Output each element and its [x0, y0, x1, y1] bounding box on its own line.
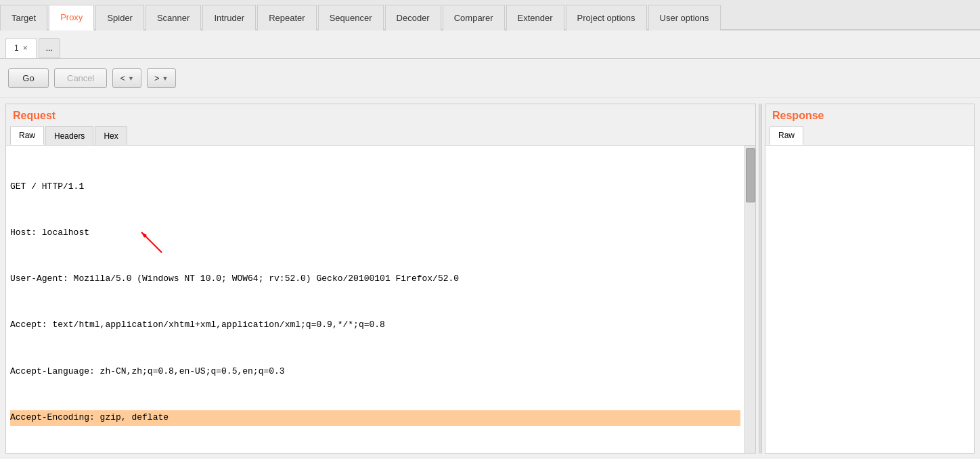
tab-add-button[interactable]: ...	[39, 38, 60, 58]
top-nav: Target Proxy Spider Scanner Intruder Rep…	[0, 0, 980, 30]
request-tab-hex[interactable]: Hex	[95, 126, 127, 145]
back-button[interactable]: < ▼	[112, 68, 141, 88]
request-line-3: User-Agent: Mozilla/5.0 (Windows NT 10.0…	[10, 271, 740, 287]
splitter[interactable]	[759, 104, 762, 454]
tab-project-options[interactable]: Project options	[566, 5, 647, 30]
request-tab-raw[interactable]: Raw	[10, 126, 44, 145]
forward-arrow: >	[154, 73, 160, 83]
request-line-2: Host: localhost	[10, 225, 740, 241]
response-title: Response	[765, 104, 974, 125]
tab-target[interactable]: Target	[0, 5, 47, 30]
request-tab-1[interactable]: 1 ×	[5, 38, 37, 58]
request-line-6-highlighted: Accept-Encoding: gzip, deflate	[10, 410, 740, 426]
request-tab-headers[interactable]: Headers	[45, 126, 93, 145]
request-scrollbar[interactable]	[744, 146, 755, 453]
tab-1-close[interactable]: ×	[23, 43, 28, 53]
response-tabs: Raw	[765, 125, 974, 146]
request-text[interactable]: GET / HTTP/1.1 Host: localhost User-Agen…	[6, 146, 744, 453]
tab-spider[interactable]: Spider	[95, 5, 144, 30]
request-title: Request	[6, 104, 755, 125]
forward-dropdown-icon: ▼	[162, 75, 169, 82]
tab-decoder[interactable]: Decoder	[385, 5, 441, 30]
go-button[interactable]: Go	[8, 68, 49, 88]
forward-button[interactable]: > ▼	[147, 68, 176, 88]
request-line-1: GET / HTTP/1.1	[10, 179, 740, 195]
tab-1-number: 1	[14, 43, 19, 53]
request-line-5: Accept-Language: zh-CN,zh;q=0.8,en-US;q=…	[10, 364, 740, 380]
tab-intruder[interactable]: Intruder	[202, 5, 256, 30]
tab-scanner[interactable]: Scanner	[146, 5, 201, 30]
response-tab-raw[interactable]: Raw	[770, 126, 803, 145]
back-dropdown-icon: ▼	[128, 75, 134, 82]
request-scrollbar-thumb[interactable]	[746, 148, 755, 202]
response-content	[765, 146, 974, 453]
tab-sequencer[interactable]: Sequencer	[318, 5, 384, 30]
request-content-area: GET / HTTP/1.1 Host: localhost User-Agen…	[6, 146, 755, 453]
tab-extender[interactable]: Extender	[506, 5, 564, 30]
cancel-button[interactable]: Cancel	[54, 68, 107, 88]
request-panel: Request Raw Headers Hex GET / HTTP/1.1 H…	[5, 104, 756, 454]
tab-repeater[interactable]: Repeater	[257, 5, 316, 30]
toolbar: Go Cancel < ▼ > ▼	[0, 59, 980, 98]
sub-tabs: 1 × ...	[0, 30, 980, 59]
request-line-4: Accept: text/html,application/xhtml+xml,…	[10, 318, 740, 333]
main-content: Request Raw Headers Hex GET / HTTP/1.1 H…	[0, 98, 980, 459]
back-arrow: <	[120, 73, 125, 83]
tab-proxy[interactable]: Proxy	[49, 5, 94, 30]
request-tabs: Raw Headers Hex	[6, 125, 755, 146]
response-panel: Response Raw	[765, 104, 975, 454]
tab-user-options[interactable]: User options	[648, 5, 721, 30]
tab-comparer[interactable]: Comparer	[443, 5, 505, 30]
